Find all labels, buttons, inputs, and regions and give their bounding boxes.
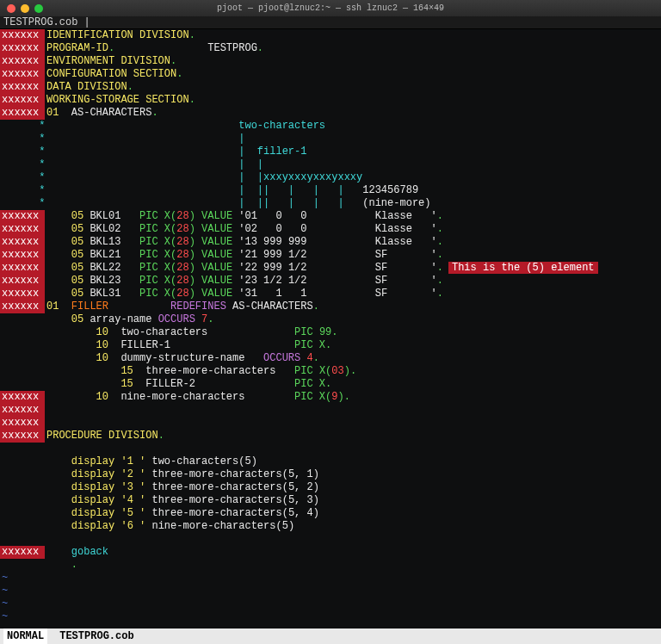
code-line: xxxxxx 10 nine-more-characters PIC X(9). (0, 391, 661, 404)
code-line: 10 two-characters PIC 99. (0, 326, 661, 339)
code-line: display '6 ' nine-more-characters(5) (0, 520, 661, 533)
code-line: display '3 ' three-more-characters(5, 2) (0, 481, 661, 494)
code-line: xxxxxx01 FILLER REDEFINES AS-CHARACTERS. (0, 300, 661, 313)
buffer-end: ~ (0, 598, 661, 610)
code-line: xxxxxx 05 BKL02 PIC X(28) VALUE '02 0 0 … (0, 223, 661, 236)
buffer-end: ~ (0, 610, 661, 623)
code-line: 15 three-more-characters PIC X(03). (0, 365, 661, 378)
code-line: xxxxxxCONFIGURATION SECTION. (0, 68, 661, 81)
code-line: xxxxxxENVIRONMENT DIVISION. (0, 55, 661, 68)
code-line: . (0, 559, 661, 572)
tab-current[interactable]: TESTPROG.cob | (3, 16, 90, 28)
window-title: pjoot — pjoot@lznuc2:~ — ssh lznuc2 — 16… (0, 2, 661, 15)
status-filename: TESTPROG.cob (59, 629, 133, 644)
code-line: display '1 ' two-characters(5) (0, 455, 661, 468)
code-line: * | || | | | 123456789 (0, 184, 661, 197)
vim-mode: NORMAL (3, 629, 47, 644)
code-line: * | (0, 133, 661, 146)
code-line: display '5 ' three-more-characters(5, 4) (0, 507, 661, 520)
annotation-badge: This is the (5) element (448, 262, 598, 274)
code-line: xxxxxx01 AS-CHARACTERS. (0, 107, 661, 120)
code-line: 10 FILLER-1 PIC X. (0, 339, 661, 352)
code-line: xxxxxxWORKING-STORAGE SECTION. (0, 94, 661, 107)
window-titlebar: pjoot — pjoot@lznuc2:~ — ssh lznuc2 — 16… (0, 0, 661, 16)
code-line: xxxxxx 05 BKL21 PIC X(28) VALUE '21 999 … (0, 249, 661, 262)
code-line: 10 dummy-structure-name OCCURS 4. (0, 352, 661, 365)
code-line: xxxxxx 05 BKL01 PIC X(28) VALUE '01 0 0 … (0, 210, 661, 223)
code-line: xxxxxxIDENTIFICATION DIVISION. (0, 29, 661, 42)
code-line: xxxxxxPROGRAM-ID. TESTPROG. (0, 42, 661, 55)
code-line: xxxxxx 05 BKL31 PIC X(28) VALUE '31 1 1 … (0, 288, 661, 300)
code-line: xxxxxxDATA DIVISION. (0, 81, 661, 94)
status-bar: NORMAL TESTPROG.cob (0, 629, 661, 644)
code-line: * two-characters (0, 120, 661, 133)
code-line: xxxxxx 05 BKL13 PIC X(28) VALUE '13 999 … (0, 236, 661, 249)
code-line: xxxxxx goback (0, 546, 661, 559)
code-line (0, 533, 661, 546)
editor-pane[interactable]: xxxxxxIDENTIFICATION DIVISION. xxxxxxPRO… (0, 29, 661, 629)
code-line: 05 array-name OCCURS 7. (0, 313, 661, 326)
code-line: * | |xxxyxxxyxxxyxxxy (0, 171, 661, 184)
buffer-end: ~ (0, 585, 661, 598)
code-line: xxxxxx 05 BKL22 PIC X(28) VALUE '22 999 … (0, 262, 661, 275)
gutter: xxxxxx (0, 29, 45, 42)
code-line: 15 FILLER-2 PIC X. (0, 378, 661, 391)
code-line: * | | (0, 158, 661, 171)
code-line: xxxxxxPROCEDURE DIVISION. (0, 430, 661, 443)
code-line: * | || | | | (nine-more) (0, 197, 661, 210)
code-line: * | filler-1 (0, 146, 661, 158)
tab-bar: TESTPROG.cob | (0, 16, 661, 29)
code-line (0, 443, 661, 455)
code-line: display '4 ' three-more-characters(5, 3) (0, 494, 661, 507)
buffer-end: ~ (0, 572, 661, 585)
code-line: xxxxxx (0, 417, 661, 430)
code-line: xxxxxx 05 BKL23 PIC X(28) VALUE '23 1/2 … (0, 275, 661, 288)
code-line: display '2 ' three-more-characters(5, 1) (0, 468, 661, 481)
code-line: xxxxxx (0, 404, 661, 417)
